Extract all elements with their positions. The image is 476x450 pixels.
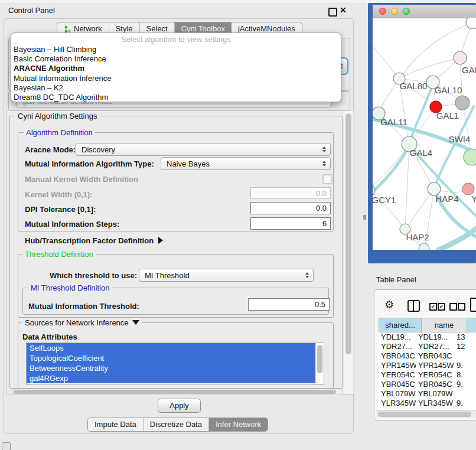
tab-label: Impute Data	[94, 418, 136, 431]
tab-discretize-data[interactable]: Discretize Data	[144, 418, 209, 431]
cyni-algorithm-settings-legend: Cyni Algorithm Settings	[15, 112, 99, 120]
attribute-list-item[interactable]: gal4RGexp	[27, 373, 317, 383]
mi-threshold-field[interactable]	[248, 298, 330, 311]
settings-horizontal-scrollbar[interactable]	[12, 389, 343, 395]
table-row[interactable]: YER054CYER054C8.	[379, 370, 476, 380]
mi-threshold-legend: MI Threshold Definition	[28, 283, 112, 292]
table-row[interactable]: YBR045CYBR045C9.	[379, 380, 476, 389]
algorithm-dropdown-popup: Select algorithm to view settings Bayesi…	[11, 32, 341, 102]
node-label: GAL4	[410, 148, 432, 158]
dpi-tolerance-field[interactable]	[250, 202, 331, 214]
column-header-shared[interactable]: shared...	[379, 318, 421, 332]
table-row[interactable]: YDR27...YDR27...12	[379, 342, 476, 351]
network-node[interactable]	[466, 18, 476, 29]
table-row[interactable]: YDL19...YDL19...13	[379, 332, 476, 342]
float-panel-icon[interactable]	[328, 8, 337, 17]
table-horizontal-scrollbar[interactable]	[376, 410, 476, 418]
network-canvas[interactable]: GALGAL80GAL10GAL1GAL11GAL4SWI4GCY1HAP4YH…	[373, 18, 476, 250]
tab-infer-network[interactable]: Infer Network	[209, 418, 268, 431]
select-all-checkboxes-icon[interactable]: ✓	[438, 303, 445, 311]
combo-stepper-icon	[322, 161, 330, 167]
select-all-checkboxes-icon[interactable]: ✓	[429, 303, 437, 311]
data-attributes-label: Data Attributes	[22, 332, 77, 341]
minimized-panel-icon[interactable]	[2, 442, 11, 450]
attribute-list-item[interactable]: SelfLoops	[27, 343, 317, 353]
table-cell: YDL19...	[416, 332, 455, 342]
scrollbar-thumb[interactable]	[317, 345, 322, 373]
network-node-swi4[interactable]	[464, 149, 476, 165]
node-label: GAL10	[435, 85, 462, 95]
table-row[interactable]: YBL079WYBL079W	[379, 389, 476, 399]
scrollbar-thumb[interactable]	[345, 113, 351, 354]
network-view-frame: GALGAL80GAL10GAL1GAL11GAL4SWI4GCY1HAP4YH…	[368, 3, 476, 263]
settings-vertical-scrollbar[interactable]	[344, 111, 353, 393]
algorithm-dropdown-list: Bayesian – Hill ClimbingBasic Correlatio…	[11, 45, 341, 102]
scrollbar-thumb[interactable]	[378, 412, 471, 417]
table-cell: YLR345W	[416, 399, 455, 408]
window-zoom-icon[interactable]	[403, 8, 410, 15]
algorithm-definition-legend: Algorithm Definition	[24, 128, 95, 137]
attribute-list-item[interactable]: BetweennessCentrality	[27, 363, 317, 373]
table-cell: 9.	[455, 361, 476, 370]
expanded-arrow-icon	[132, 320, 139, 325]
network-view-window: GALGAL80GAL10GAL1GAL11GAL4SWI4GCY1HAP4YH…	[373, 5, 476, 250]
window-minimize-icon[interactable]	[391, 8, 398, 15]
column-header-name[interactable]: name	[421, 318, 467, 332]
dropdown-item[interactable]: Bayesian – Hill Climbing	[11, 45, 341, 54]
table-cell: YLR345W	[379, 399, 416, 408]
hub-definition-toggle[interactable]: Hub/Transcription Factor Definition	[25, 236, 163, 245]
split-panel-icon[interactable]	[407, 300, 420, 312]
dropdown-item[interactable]: Dream8 DC_TDC Algorithm	[11, 93, 341, 102]
deselect-all-checkboxes-icon[interactable]	[449, 303, 457, 311]
mi-threshold-label: Mutual Information Threshold:	[28, 302, 139, 311]
aracne-mode-combo[interactable]: Discovery	[76, 143, 331, 156]
column-header-a[interactable]: A	[467, 318, 476, 332]
dropdown-item[interactable]: ARACNE Algorithm	[11, 64, 341, 73]
data-attributes-list[interactable]: SelfLoopsTopologicalCoefficientBetweenne…	[26, 343, 324, 385]
table-cell: YDR27...	[416, 342, 455, 351]
close-icon[interactable]: ✕	[340, 5, 347, 15]
combo-stepper-icon	[305, 272, 313, 278]
table-cell: YER054C	[379, 370, 416, 380]
network-node[interactable]	[419, 243, 429, 250]
table-row[interactable]: YLR345WYLR345W9.	[379, 399, 476, 408]
node-label: GAL11	[380, 117, 407, 127]
mi-steps-label: Mutual Information Steps:	[25, 220, 119, 229]
attribute-list-item[interactable]: TopologicalCoefficient	[27, 353, 317, 363]
mi-type-combo[interactable]: Naive Bayes	[161, 157, 331, 170]
dropdown-item[interactable]: Basic Correlation Inference	[11, 54, 341, 64]
window-close-icon[interactable]	[379, 8, 386, 15]
panel-splitter-handle[interactable]	[363, 215, 366, 220]
dropdown-item[interactable]: Bayesian – K2	[11, 83, 341, 93]
table-cell: 13	[455, 332, 476, 342]
tab-impute-data[interactable]: Impute Data	[88, 418, 144, 431]
list-vertical-scrollbar[interactable]	[315, 343, 324, 384]
table-body: YDL19...YDL19...13YDR27...YDR27...12YBR0…	[379, 332, 476, 418]
network-node-gal[interactable]	[454, 51, 467, 64]
mi-steps-field[interactable]	[250, 217, 331, 230]
table-cell: 9.	[455, 399, 476, 408]
kernel-width-field[interactable]	[250, 187, 331, 199]
sources-legend: Sources for Network Inference	[25, 318, 129, 327]
table-row[interactable]: YPR145WYPR145W9.	[379, 361, 476, 370]
table-cell	[455, 351, 476, 361]
table-row[interactable]: YBR043CYBR043C	[379, 351, 476, 361]
network-window-titlebar[interactable]	[373, 5, 476, 18]
network-icon	[64, 25, 71, 33]
new-table-icon[interactable]	[470, 298, 476, 312]
node-label: SWI4	[449, 134, 471, 144]
network-node[interactable]	[455, 96, 470, 110]
manual-kernel-checkbox[interactable]	[322, 174, 332, 184]
network-node-y[interactable]	[462, 183, 474, 195]
dropdown-item[interactable]: Mutual Information Inference	[11, 74, 341, 83]
settings-gear-icon[interactable]: ⚙	[384, 298, 394, 311]
apply-button[interactable]: Apply	[158, 399, 201, 413]
table-cell: YBR045C	[416, 380, 455, 389]
which-threshold-combo[interactable]: MI Threshold	[139, 269, 314, 282]
collapsed-arrow-icon	[158, 237, 163, 244]
scrollbar-thumb[interactable]	[14, 390, 336, 394]
node-label: HAP2	[406, 232, 429, 242]
sources-toggle[interactable]: Sources for Network Inference	[22, 318, 142, 327]
which-threshold-label: Which threshold to use:	[50, 271, 137, 280]
deselect-all-checkboxes-icon[interactable]	[458, 303, 465, 311]
